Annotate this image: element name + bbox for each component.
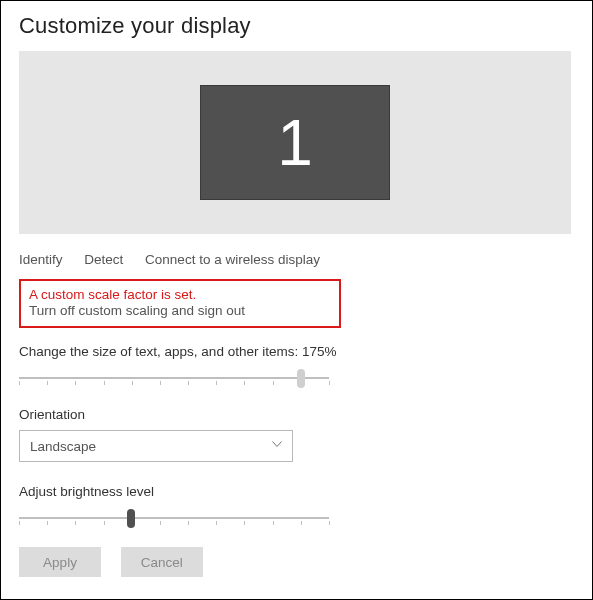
display-preview-area: 1 xyxy=(19,51,571,234)
slider-tick xyxy=(104,521,105,525)
slider-tick xyxy=(188,381,189,385)
brightness-section: Adjust brightness level xyxy=(19,484,574,529)
slider-tick xyxy=(47,381,48,385)
slider-tick xyxy=(19,381,20,385)
slider-tick xyxy=(132,381,133,385)
orientation-label: Orientation xyxy=(19,407,574,422)
custom-scale-warning-box: A custom scale factor is set. Turn off c… xyxy=(19,279,341,328)
brightness-slider[interactable] xyxy=(19,507,329,529)
monitor-tile-1[interactable]: 1 xyxy=(200,85,390,200)
connect-wireless-display-link[interactable]: Connect to a wireless display xyxy=(145,252,320,267)
text-size-slider[interactable] xyxy=(19,367,329,389)
text-size-label: Change the size of text, apps, and other… xyxy=(19,344,574,359)
custom-scale-warning-text: A custom scale factor is set. xyxy=(29,287,331,302)
slider-tick xyxy=(329,381,330,385)
slider-tick xyxy=(188,521,189,525)
cancel-button[interactable]: Cancel xyxy=(121,547,203,577)
slider-track xyxy=(19,377,329,379)
monitor-number: 1 xyxy=(277,111,313,175)
text-size-section: Change the size of text, apps, and other… xyxy=(19,344,574,389)
chevron-down-icon xyxy=(272,441,282,451)
orientation-selected-value: Landscape xyxy=(30,439,96,454)
slider-tick xyxy=(216,381,217,385)
slider-tick xyxy=(75,521,76,525)
slider-tick xyxy=(104,381,105,385)
apply-button[interactable]: Apply xyxy=(19,547,101,577)
slider-tick xyxy=(160,521,161,525)
slider-track xyxy=(19,517,329,519)
button-row: Apply Cancel xyxy=(19,547,574,577)
slider-tick xyxy=(244,381,245,385)
text-size-slider-thumb[interactable] xyxy=(297,369,305,388)
slider-tick xyxy=(75,381,76,385)
brightness-slider-thumb[interactable] xyxy=(127,509,135,528)
identify-link[interactable]: Identify xyxy=(19,252,63,267)
detect-link[interactable]: Detect xyxy=(84,252,123,267)
slider-tick xyxy=(301,521,302,525)
slider-tick xyxy=(47,521,48,525)
slider-tick xyxy=(273,521,274,525)
slider-tick xyxy=(273,381,274,385)
display-actions-row: Identify Detect Connect to a wireless di… xyxy=(19,244,574,279)
brightness-label: Adjust brightness level xyxy=(19,484,574,499)
slider-tick xyxy=(216,521,217,525)
slider-tick xyxy=(329,521,330,525)
slider-tick xyxy=(244,521,245,525)
orientation-section: Orientation Landscape xyxy=(19,407,574,462)
page-title: Customize your display xyxy=(19,13,574,39)
orientation-select[interactable]: Landscape xyxy=(19,430,293,462)
turn-off-custom-scaling-link[interactable]: Turn off custom scaling and sign out xyxy=(29,303,331,318)
slider-tick xyxy=(160,381,161,385)
slider-tick xyxy=(19,521,20,525)
